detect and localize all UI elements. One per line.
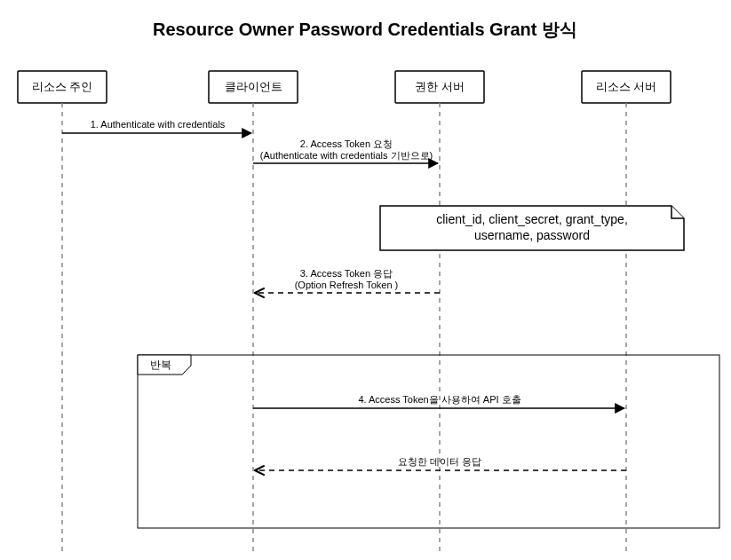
msg-1-authenticate: 1. Authenticate with credentials [62,119,251,133]
msg-2-label-line2: (Authenticate with credentials 기반으로) [260,150,433,161]
loop-frame: 반복 [138,355,719,528]
msg-5-data-response: 요청한 데이터 응답 [255,456,626,470]
msg-4-api-call: 4. Access Token을 사용하여 API 호출 [253,394,624,408]
msg-3-label-line2: (Option Refresh Token ) [295,280,399,290]
sequence-diagram: Resource Owner Password Credentials Gran… [0,0,731,560]
actor-resource-label: 리소스 서버 [596,80,657,93]
note-token-params: client_id, client_secret, grant_type, us… [380,206,684,250]
actor-client-label: 클라이언트 [225,80,282,93]
diagram-title: Resource Owner Password Credentials Gran… [153,20,577,39]
msg-1-label: 1. Authenticate with credentials [91,119,226,130]
actor-auth-label: 권한 서버 [415,80,465,93]
msg-4-label: 4. Access Token을 사용하여 API 호출 [358,394,520,405]
msg-2-token-request: 2. Access Token 요청 (Authenticate with cr… [253,138,438,163]
msg-5-label: 요청한 데이터 응답 [398,456,481,467]
actor-owner: 리소스 주인 [18,71,107,555]
actor-client: 클라이언트 [209,71,298,555]
loop-frame-label: 반복 [150,359,171,371]
note-line1: client_id, client_secret, grant_type, [436,212,628,226]
msg-3-label-line1: 3. Access Token 응답 [300,268,393,279]
svg-rect-7 [138,355,719,528]
msg-2-label-line1: 2. Access Token 요청 [300,138,393,149]
actor-auth: 권한 서버 [395,71,484,555]
actor-owner-label: 리소스 주인 [32,80,93,93]
note-line2: username, password [474,228,590,242]
msg-3-token-response: 3. Access Token 응답 (Option Refresh Token… [255,268,440,293]
actor-resource: 리소스 서버 [582,71,671,555]
